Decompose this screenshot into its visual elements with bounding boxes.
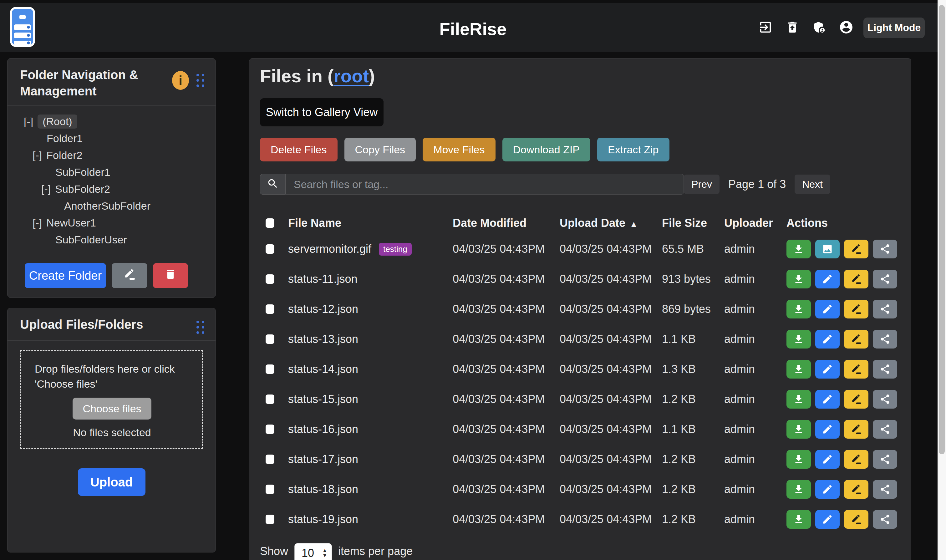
- select-all-checkbox[interactable]: [266, 218, 274, 228]
- file-name[interactable]: status-11.json: [288, 272, 357, 286]
- share-button[interactable]: [873, 510, 897, 529]
- row-checkbox[interactable]: [266, 485, 274, 494]
- next-page-button[interactable]: Next: [795, 175, 830, 194]
- rename-button[interactable]: [844, 240, 868, 258]
- download-button[interactable]: [786, 420, 811, 438]
- rename-button[interactable]: [844, 360, 868, 378]
- share-button[interactable]: [873, 390, 897, 409]
- edit-button[interactable]: [815, 300, 840, 318]
- tree-item[interactable]: [-]Folder2: [8, 147, 215, 164]
- file-name[interactable]: status-15.json: [288, 392, 358, 406]
- row-checkbox[interactable]: [266, 365, 274, 374]
- drag-handle-icon[interactable]: [197, 321, 204, 334]
- tree-item[interactable]: AnotherSubFolder: [8, 197, 215, 214]
- file-name[interactable]: status-13.json: [288, 332, 358, 346]
- file-name[interactable]: servermonitor.gif: [288, 243, 371, 255]
- root-folder-link[interactable]: root: [334, 66, 369, 86]
- row-checkbox[interactable]: [266, 394, 274, 404]
- share-button[interactable]: [873, 270, 897, 288]
- logout-icon[interactable]: [752, 14, 779, 41]
- download-button[interactable]: [786, 270, 811, 288]
- edit-button[interactable]: [815, 480, 840, 499]
- row-checkbox[interactable]: [266, 334, 274, 344]
- tree-item[interactable]: SubFolder1: [8, 164, 215, 180]
- rename-folder-button[interactable]: [112, 263, 147, 288]
- tree-item[interactable]: SubFolderUser: [8, 231, 215, 248]
- info-icon[interactable]: i: [172, 71, 189, 90]
- delete-folder-button[interactable]: [153, 263, 188, 288]
- file-name[interactable]: status-18.json: [288, 483, 358, 496]
- download-button[interactable]: [786, 450, 811, 469]
- file-name[interactable]: status-12.json: [288, 303, 358, 316]
- download-button[interactable]: [786, 300, 811, 318]
- rename-button[interactable]: [844, 270, 868, 288]
- row-checkbox[interactable]: [266, 455, 274, 464]
- items-per-page-select[interactable]: 10 ▲▼: [294, 543, 332, 560]
- tree-label[interactable]: SubFolderUser: [55, 234, 127, 246]
- download-button[interactable]: [786, 360, 811, 378]
- tree-label[interactable]: AnotherSubFolder: [64, 200, 151, 212]
- search-input[interactable]: [286, 174, 684, 195]
- tree-label[interactable]: SubFolder2: [55, 183, 110, 195]
- download-button[interactable]: [786, 510, 811, 529]
- download-button[interactable]: [786, 390, 811, 409]
- edit-button[interactable]: [815, 270, 840, 288]
- col-file-size[interactable]: File Size: [662, 217, 724, 230]
- page-scrollbar[interactable]: [938, 0, 946, 560]
- tree-label[interactable]: Folder2: [46, 149, 82, 162]
- edit-button[interactable]: [815, 360, 840, 378]
- rename-button[interactable]: [844, 420, 868, 438]
- edit-button[interactable]: [815, 390, 840, 409]
- file-name[interactable]: status-19.json: [288, 513, 358, 526]
- tree-item[interactable]: [-](Root): [8, 113, 215, 130]
- restore-trash-icon[interactable]: [779, 14, 806, 41]
- download-button[interactable]: [786, 240, 811, 258]
- row-checkbox[interactable]: [266, 274, 274, 284]
- rename-button[interactable]: [844, 450, 868, 469]
- tree-label[interactable]: Folder1: [47, 132, 83, 145]
- light-mode-button[interactable]: Light Mode: [863, 17, 925, 38]
- tree-toggle[interactable]: [-]: [24, 115, 33, 128]
- share-button[interactable]: [873, 240, 897, 258]
- share-button[interactable]: [873, 360, 897, 378]
- tree-label[interactable]: SubFolder1: [55, 166, 111, 178]
- account-icon[interactable]: [833, 14, 860, 41]
- copy-files-button[interactable]: Copy Files: [345, 138, 416, 162]
- tree-item[interactable]: [-]NewUser1: [8, 214, 215, 231]
- drag-handle-icon[interactable]: [197, 74, 204, 87]
- tree-item[interactable]: Folder1: [8, 130, 215, 147]
- switch-gallery-view-button[interactable]: Switch to Gallery View: [260, 98, 383, 126]
- tree-toggle[interactable]: [-]: [32, 149, 42, 162]
- edit-button[interactable]: [815, 420, 840, 438]
- rename-button[interactable]: [844, 300, 868, 318]
- extract-zip-button[interactable]: Extract Zip: [597, 138, 669, 162]
- col-upload-date[interactable]: Upload Date▲: [560, 217, 662, 230]
- share-button[interactable]: [873, 450, 897, 469]
- file-name[interactable]: status-14.json: [288, 363, 358, 376]
- tree-label[interactable]: NewUser1: [46, 217, 96, 229]
- move-files-button[interactable]: Move Files: [423, 138, 495, 162]
- rename-button[interactable]: [844, 480, 868, 499]
- rename-button[interactable]: [844, 390, 868, 409]
- tree-label[interactable]: (Root): [37, 114, 77, 129]
- row-checkbox[interactable]: [266, 425, 274, 434]
- choose-files-button[interactable]: Choose files: [72, 398, 151, 420]
- tree-toggle[interactable]: [-]: [32, 217, 42, 229]
- rename-button[interactable]: [844, 330, 868, 349]
- edit-button[interactable]: [815, 510, 840, 529]
- scrollbar-thumb[interactable]: [939, 5, 945, 454]
- row-checkbox[interactable]: [266, 244, 274, 254]
- col-file-name[interactable]: File Name: [288, 217, 453, 230]
- share-button[interactable]: [873, 300, 897, 318]
- prev-page-button[interactable]: Prev: [684, 175, 720, 194]
- col-date-modified[interactable]: Date Modified: [453, 217, 560, 230]
- row-checkbox[interactable]: [266, 305, 274, 314]
- download-button[interactable]: [786, 330, 811, 349]
- create-folder-button[interactable]: Create Folder: [25, 263, 106, 288]
- upload-button[interactable]: Upload: [78, 468, 146, 496]
- edit-button[interactable]: [815, 450, 840, 469]
- share-button[interactable]: [873, 330, 897, 349]
- row-checkbox[interactable]: [266, 515, 274, 524]
- delete-files-button[interactable]: Delete Files: [260, 138, 338, 162]
- share-button[interactable]: [873, 420, 897, 438]
